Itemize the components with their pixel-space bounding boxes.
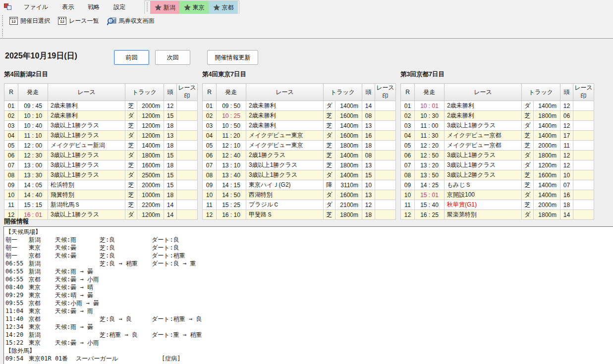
column-header[interactable]: 頭 <box>362 84 375 101</box>
column-header[interactable]: レース印 <box>375 84 396 101</box>
race-row[interactable]: 0310 : 502歳未勝利芝1400m13 <box>203 121 396 131</box>
race-row[interactable]: 0512 : 00メイクデビュー新潟芝1400m18 <box>4 141 198 151</box>
column-header[interactable]: レース <box>445 84 522 101</box>
refresh-info-button[interactable]: 開催情報更新 <box>207 50 258 65</box>
race-row[interactable]: 0210 : 252歳未勝利芝1600m08 <box>203 111 396 121</box>
column-header[interactable]: R <box>401 84 415 101</box>
column-header[interactable]: 発走 <box>415 84 445 101</box>
race-row[interactable]: 0512 : 20メイクデビュー京都芝2000m11 <box>401 141 594 151</box>
tab-niigata[interactable]: ★ 新潟 <box>150 1 179 14</box>
exclusion-race: 東京01R 01番 <box>29 355 76 363</box>
race-row[interactable]: 0109 : 452歳未勝利芝2000m12 <box>4 101 198 111</box>
race-list-button[interactable]: 12 レース一覧 <box>54 15 103 27</box>
cell-heads: 18 <box>164 141 177 151</box>
cell-distance: 1200m <box>534 160 560 170</box>
race-row[interactable]: 1014 : 50西湖特別ダ1600m13 <box>203 190 396 200</box>
race-row[interactable]: 0612 : 402歳1勝クラス芝1400m08 <box>203 151 396 160</box>
column-header[interactable]: レース <box>246 84 324 101</box>
cell-start-time: 12 : 20 <box>415 141 445 151</box>
open-date-select-button[interactable]: 12 開催日選択 <box>5 15 54 27</box>
weather-row: 09:55京都天候:小雨 → 曇 <box>5 299 613 307</box>
race-row[interactable]: 0813 : 403歳以上1勝クラスダ1400m15 <box>203 170 396 180</box>
weather-track: 京都 <box>29 252 55 260</box>
cell-surface: 芝 <box>522 170 534 180</box>
column-header[interactable]: 頭 <box>164 84 177 101</box>
toolbar-grip[interactable] <box>1 15 4 26</box>
race-row[interactable]: 0310 : 403歳以上1勝クラス芝1200m18 <box>4 121 198 131</box>
cell-heads: 14 <box>560 210 573 220</box>
race-row[interactable]: 0813 : 303歳以上1勝クラスダ2500m15 <box>4 170 198 180</box>
race-row[interactable]: 0411 : 20メイクデビュー東京ダ1600m16 <box>203 131 396 141</box>
race-row[interactable]: 0109 : 502歳未勝利ダ1400m14 <box>203 101 396 111</box>
column-header[interactable]: トラック <box>324 84 362 101</box>
tab-kyoto[interactable]: ★ 京都 <box>209 1 238 14</box>
cell-race-name: ブラジルＣ <box>246 200 324 210</box>
race-row[interactable]: 0612 : 303歳以上1勝クラスダ1800m15 <box>4 151 198 160</box>
weather-row: 14:20新潟芝:稍重 → 良ダート:重 → 稍重 <box>5 331 613 339</box>
weather-turf <box>100 307 152 315</box>
tab-tokyo[interactable]: ★ 東京 <box>179 1 209 14</box>
cell-r: 06 <box>401 151 415 160</box>
betting-balance-button[interactable]: 馬券収支画面 <box>103 15 159 27</box>
menu-settings[interactable]: 設定 <box>107 0 132 14</box>
weather-time: 14:20 <box>5 331 29 339</box>
column-header[interactable]: R <box>4 84 18 101</box>
race-row[interactable]: 0914 : 05松浜特別芝2000m15 <box>4 180 198 190</box>
race-row[interactable]: 1216 : 25聚楽第特別ダ1800m14 <box>401 210 594 220</box>
race-row[interactable]: 1115 : 25ブラジルＣダ2100m12 <box>203 200 396 210</box>
race-row[interactable]: 1115 : 40秋華賞(G1)芝2000m18 <box>401 200 594 210</box>
column-header[interactable]: レース <box>48 84 125 101</box>
cell-heads: 15 <box>164 151 177 160</box>
toolbar-grip[interactable] <box>1 29 4 37</box>
column-header[interactable]: トラック <box>125 84 164 101</box>
column-header[interactable]: トラック <box>522 84 560 101</box>
weather-track: 京都 <box>29 315 55 323</box>
cell-r: 03 <box>4 121 18 131</box>
race-row[interactable]: 0512 : 10メイクデビュー東京芝1800m18 <box>203 141 396 151</box>
column-header[interactable]: R <box>203 84 217 101</box>
menu-strategy[interactable]: 戦略 <box>81 0 107 14</box>
previous-button[interactable]: 前回 <box>114 50 149 65</box>
race-row[interactable]: 0713 : 103歳以上1勝クラス芝1800m13 <box>203 160 396 170</box>
race-row[interactable]: 0110 : 012歳未勝利ダ1400m12 <box>401 101 594 111</box>
cell-race-name: 3歳以上1勝クラス <box>246 160 324 170</box>
race-row[interactable]: 0813 : 503歳以上2勝クラス芝1600m10 <box>401 170 594 180</box>
cell-start-time: 13 : 30 <box>18 170 48 180</box>
column-header[interactable]: 発走 <box>18 84 48 101</box>
race-row[interactable]: 1216 : 013歳以上1勝クラスダ1200m14 <box>4 210 198 220</box>
column-header[interactable]: レース印 <box>177 84 198 101</box>
column-header[interactable]: レース印 <box>573 84 594 101</box>
next-button[interactable]: 次回 <box>155 50 190 65</box>
cell-race-name: 東京ハイＪ(G2) <box>246 180 324 190</box>
column-header[interactable]: 発走 <box>217 84 246 101</box>
race-row[interactable]: 0713 : 203歳以上1勝クラスダ1200m12 <box>401 160 594 170</box>
race-row[interactable]: 1115 : 15新潟牝馬Ｓ芝2200m14 <box>4 200 198 210</box>
cell-distance: 1200m <box>137 210 164 220</box>
toolbar-grip[interactable] <box>146 2 149 13</box>
race-row[interactable]: 0713 : 003歳以上1勝クラス芝1600m18 <box>4 160 198 170</box>
cell-heads: 15 <box>164 111 177 121</box>
race-row[interactable]: 1014 : 40飛翼特別芝1000m18 <box>4 190 198 200</box>
race-row[interactable]: 0914 : 25もみじＳ芝1400m07 <box>401 180 594 190</box>
race-row[interactable]: 1216 : 10甲斐路Ｓ芝1800m18 <box>203 210 396 220</box>
race-row[interactable]: 0411 : 103歳以上1勝クラスダ1200m13 <box>4 131 198 141</box>
race-row[interactable]: 0210 : 102歳未勝利ダ1200m15 <box>4 111 198 121</box>
weather-track: 京都 <box>29 275 55 283</box>
race-row[interactable]: 0210 : 302歳未勝利芝1800m06 <box>401 111 594 121</box>
column-header[interactable]: 頭 <box>560 84 573 101</box>
cell-heads: 17 <box>560 131 573 141</box>
weather-time: 11:04 <box>5 307 29 315</box>
cell-race-mark <box>375 131 396 141</box>
weather-weather: 天候:雨 → 曇 <box>55 267 100 275</box>
weather-turf <box>100 291 152 299</box>
race-row[interactable]: 0914 : 15東京ハイＪ(G2)障3110m10 <box>203 180 396 190</box>
race-row[interactable]: 0311 : 003歳以上1勝クラスダ1400m12 <box>401 121 594 131</box>
race-row[interactable]: 0612 : 503歳以上1勝クラスダ1800m12 <box>401 151 594 160</box>
menu-file[interactable]: ファイル <box>17 0 55 14</box>
cell-distance: 1600m <box>137 160 164 170</box>
cell-distance: 2200m <box>137 200 164 210</box>
menu-view[interactable]: 表示 <box>55 0 81 14</box>
cell-race-mark <box>177 210 198 220</box>
race-row[interactable]: 0411 : 30メイクデビュー京都芝1400m17 <box>401 131 594 141</box>
race-row[interactable]: 1015 : 01京開設100ダ1400m16 <box>401 190 594 200</box>
